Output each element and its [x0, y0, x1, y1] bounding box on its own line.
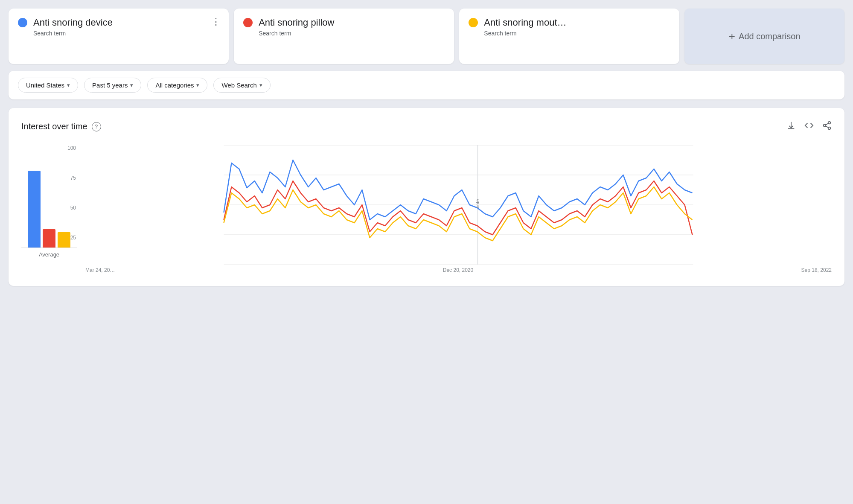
term-info-mouthguard: Anti snoring mout… Search term [484, 17, 566, 37]
add-icon: + [729, 30, 735, 43]
term-type-pillow: Search term [259, 30, 334, 37]
line-mouthguard [224, 187, 693, 241]
line-pillow [224, 181, 693, 235]
download-button[interactable] [786, 121, 796, 132]
svg-line-3 [826, 126, 828, 128]
y-label-100: 100 [67, 145, 76, 151]
chart-header: Interest over time ? [21, 121, 832, 132]
interest-over-time-chart: Interest over time ? [9, 108, 844, 286]
term-name-pillow: Anti snoring pillow [259, 17, 334, 28]
svg-point-0 [828, 122, 831, 124]
region-label: United States [26, 82, 64, 89]
term-info-pillow: Anti snoring pillow Search term [259, 17, 334, 37]
svg-point-2 [828, 127, 831, 130]
time-chevron: ▾ [130, 82, 133, 88]
search-type-filter[interactable]: Web Search ▾ [213, 78, 270, 93]
chart-actions [786, 121, 832, 132]
x-label-mid: Dec 20, 2020 [443, 267, 473, 273]
x-label-end: Sep 18, 2022 [801, 267, 832, 273]
term-card-pillow[interactable]: Anti snoring pillow Search term [234, 9, 454, 64]
chart-title: Interest over time [21, 122, 87, 131]
term-dot-mouthguard [469, 18, 478, 27]
term-type-device: Search term [33, 30, 113, 37]
x-axis-labels: Mar 24, 20… Dec 20, 2020 Sep 18, 2022 [85, 267, 832, 273]
search-type-label: Web Search [221, 82, 256, 89]
avg-bar-pillow [43, 229, 55, 248]
avg-bar-device [28, 171, 41, 248]
category-chevron: ▾ [196, 82, 199, 88]
chart-title-group: Interest over time ? [21, 122, 101, 131]
line-chart-svg: note [85, 145, 832, 265]
add-comparison-card[interactable]: + Add comparison [684, 9, 844, 64]
add-comparison-label: Add comparison [739, 32, 801, 41]
help-icon[interactable]: ? [92, 122, 101, 131]
avg-bars [28, 145, 70, 248]
avg-label: Average [39, 251, 59, 258]
term-menu-device[interactable]: ⋮ [211, 16, 221, 27]
term-dot-pillow [243, 18, 253, 27]
region-filter[interactable]: United States ▾ [18, 78, 78, 93]
time-filter[interactable]: Past 5 years ▾ [84, 78, 141, 93]
term-card-device[interactable]: Anti snoring device Search term ⋮ [9, 9, 229, 64]
category-filter[interactable]: All categories ▾ [147, 78, 207, 93]
region-chevron: ▾ [67, 82, 70, 88]
svg-line-4 [826, 123, 828, 125]
svg-point-1 [824, 124, 826, 127]
y-label-50: 50 [70, 205, 76, 211]
term-name-device: Anti snoring device [33, 17, 113, 28]
term-type-mouthguard: Search term [484, 30, 566, 37]
embed-button[interactable] [804, 121, 814, 132]
term-dot-device [18, 18, 27, 27]
y-label-25: 25 [70, 235, 76, 241]
term-card-mouthguard[interactable]: Anti snoring mout… Search term [459, 9, 679, 64]
time-label: Past 5 years [92, 82, 128, 89]
filter-bar: United States ▾ Past 5 years ▾ All categ… [9, 71, 844, 99]
svg-text:note: note [475, 199, 480, 208]
term-name-mouthguard: Anti snoring mout… [484, 17, 566, 28]
x-label-start: Mar 24, 20… [85, 267, 115, 273]
search-type-chevron: ▾ [259, 82, 262, 88]
line-device [224, 160, 693, 220]
share-button[interactable] [822, 121, 832, 132]
line-chart-container: 100 75 50 25 [85, 145, 832, 273]
category-label: All categories [155, 82, 194, 89]
add-comparison-content: + Add comparison [729, 30, 801, 43]
search-term-cards: Anti snoring device Search term ⋮ Anti s… [9, 9, 844, 64]
term-info-device: Anti snoring device Search term [33, 17, 113, 37]
y-label-75: 75 [70, 175, 76, 181]
